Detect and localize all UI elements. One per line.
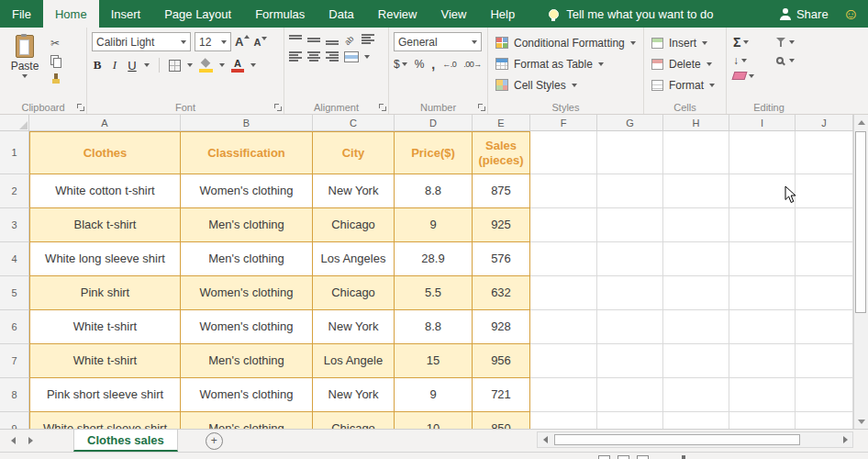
feedback-smiley-icon[interactable]: ☺ (843, 6, 859, 22)
column-header-H[interactable]: H (663, 115, 729, 131)
normal-view-icon[interactable] (598, 455, 610, 459)
cell-I8[interactable] (729, 378, 796, 412)
cell-G6[interactable] (597, 310, 663, 344)
row-header-3[interactable]: 3 (0, 208, 29, 242)
cell-A3[interactable]: Black t-shirt (29, 208, 181, 242)
cell-G1[interactable] (597, 131, 663, 174)
cell-F3[interactable] (530, 208, 597, 242)
cell-D4[interactable]: 28.9 (395, 242, 473, 276)
fill-color-icon[interactable] (199, 59, 213, 73)
orientation-button[interactable]: ab (342, 32, 357, 47)
paste-dropdown-icon[interactable] (22, 74, 28, 78)
ribbon-tab-help[interactable]: Help (478, 0, 527, 28)
cell-I4[interactable] (729, 242, 796, 276)
dropdown-icon[interactable] (789, 40, 795, 44)
delete-cells-button[interactable]: Delete (649, 53, 721, 74)
select-all-corner[interactable] (0, 115, 29, 131)
top-align-button[interactable] (289, 34, 302, 45)
cell-B1[interactable]: Classification (181, 131, 313, 174)
sheet-nav-prev-icon[interactable] (11, 437, 16, 444)
cell-E7[interactable]: 956 (473, 344, 530, 378)
column-header-I[interactable]: I (729, 115, 796, 131)
cell-E4[interactable]: 576 (473, 242, 530, 276)
cell-D7[interactable]: 15 (395, 344, 473, 378)
cell-D3[interactable]: 9 (395, 208, 473, 242)
cell-F4[interactable] (530, 242, 597, 276)
cell-J7[interactable] (796, 344, 853, 378)
merge-center-button[interactable] (344, 51, 359, 62)
cell-H6[interactable] (663, 310, 729, 344)
cell-I3[interactable] (729, 208, 796, 242)
cell-G2[interactable] (597, 174, 663, 208)
font-name-combo[interactable]: Calibri Light (92, 32, 191, 51)
cell-C8[interactable]: New York (313, 378, 395, 412)
cell-B9[interactable]: Men's clothing (181, 412, 313, 429)
cell-C9[interactable]: Chicago (313, 412, 395, 429)
row-header-6[interactable]: 6 (0, 310, 29, 344)
zoom-slider-thumb[interactable] (682, 455, 685, 459)
cell-H2[interactable] (663, 174, 729, 208)
cell-E3[interactable]: 925 (473, 208, 530, 242)
wrap-text-button[interactable] (362, 34, 374, 45)
borders-dropdown-icon[interactable] (187, 63, 193, 67)
tell-me-box[interactable]: Tell me what you want to do (549, 0, 713, 28)
dropdown-icon[interactable] (749, 74, 754, 78)
column-header-J[interactable]: J (796, 115, 853, 131)
column-header-C[interactable]: C (313, 115, 395, 131)
fill-button[interactable]: ↓ (733, 55, 765, 66)
cell-I1[interactable] (729, 131, 796, 174)
cell-G5[interactable] (597, 276, 663, 310)
conditional-formatting-button[interactable]: Conditional Formatting (493, 32, 639, 53)
scroll-up-button[interactable] (854, 115, 868, 129)
font-color-icon[interactable]: A (231, 59, 244, 73)
share-button[interactable]: Share (780, 7, 829, 21)
dropdown-icon[interactable] (472, 40, 477, 44)
cell-E6[interactable]: 928 (473, 310, 530, 344)
cell-E2[interactable]: 875 (473, 174, 530, 208)
cell-J6[interactable] (796, 310, 853, 344)
horizontal-scrollbar[interactable] (537, 431, 853, 448)
scroll-down-button[interactable] (854, 414, 868, 429)
page-layout-view-icon[interactable] (618, 455, 629, 459)
cell-B2[interactable]: Women's clothing (181, 174, 313, 208)
cell-C4[interactable]: Los Angeles (313, 242, 395, 276)
cell-H9[interactable] (663, 412, 729, 429)
cell-I9[interactable] (729, 412, 796, 429)
cell-C2[interactable]: New York (313, 174, 395, 208)
cell-C3[interactable]: Chicago (313, 208, 395, 242)
cell-H5[interactable] (663, 276, 729, 310)
ribbon-tab-home[interactable]: Home (43, 0, 99, 28)
row-header-5[interactable]: 5 (0, 276, 29, 310)
vertical-scrollbar[interactable] (853, 115, 868, 429)
cell-D8[interactable]: 9 (395, 378, 473, 412)
vertical-scroll-thumb[interactable] (855, 131, 866, 313)
dropdown-icon[interactable] (181, 40, 186, 44)
cell-D6[interactable]: 8.8 (395, 310, 473, 344)
cell-F9[interactable] (530, 412, 597, 429)
cell-J4[interactable] (796, 242, 853, 276)
sort-filter-button[interactable] (776, 35, 806, 50)
cell-A4[interactable]: White long sleeve shirt (29, 242, 181, 276)
insert-cells-button[interactable]: Insert (649, 32, 721, 53)
ribbon-tab-formulas[interactable]: Formulas (243, 0, 317, 28)
cell-C6[interactable]: New York (313, 310, 395, 344)
underline-dropdown-icon[interactable] (144, 63, 150, 67)
format-as-table-button[interactable]: Format as Table (493, 53, 639, 74)
cell-D2[interactable]: 8.8 (395, 174, 473, 208)
percent-style-button[interactable]: % (415, 58, 425, 71)
cell-F6[interactable] (530, 310, 597, 344)
cell-H7[interactable] (663, 344, 729, 378)
cell-G8[interactable] (597, 378, 663, 412)
cell-J1[interactable] (796, 131, 853, 174)
page-break-preview-icon[interactable] (637, 455, 649, 459)
decrease-decimal-button[interactable]: .00→ (463, 60, 482, 69)
dropdown-icon[interactable] (743, 40, 749, 44)
cell-J8[interactable] (796, 378, 853, 412)
underline-button[interactable]: U (127, 59, 138, 73)
cell-D1[interactable]: Price($) (395, 131, 473, 174)
column-header-E[interactable]: E (473, 115, 530, 131)
find-select-button[interactable] (776, 55, 806, 66)
new-sheet-button[interactable]: + (206, 432, 223, 450)
ribbon-tab-view[interactable]: View (428, 0, 478, 28)
row-header-4[interactable]: 4 (0, 242, 29, 276)
